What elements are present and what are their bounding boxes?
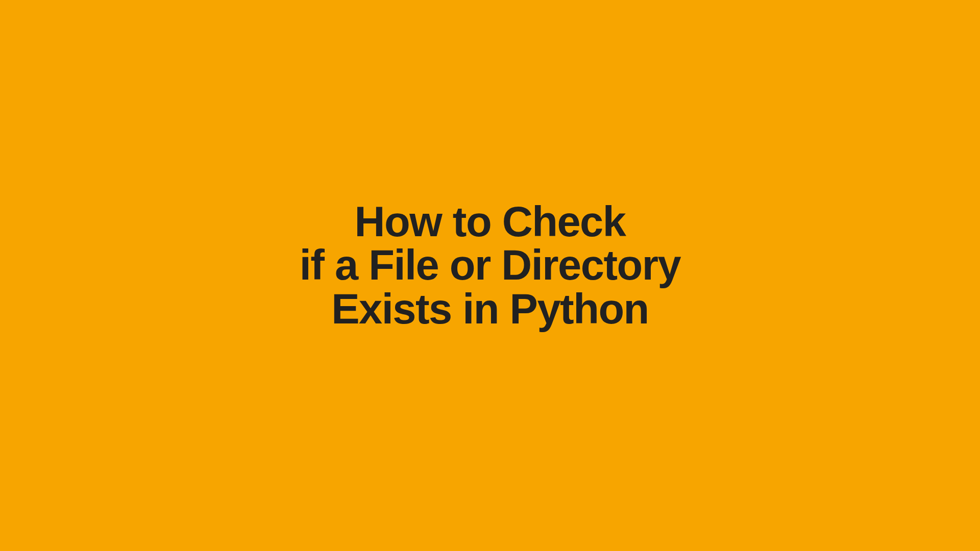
page-title: How to Check if a File or Directory Exis… bbox=[300, 200, 681, 331]
title-line-1: How to Check bbox=[355, 198, 626, 245]
title-line-2: if a File or Directory bbox=[300, 241, 681, 289]
title-line-3: Exists in Python bbox=[331, 285, 649, 333]
